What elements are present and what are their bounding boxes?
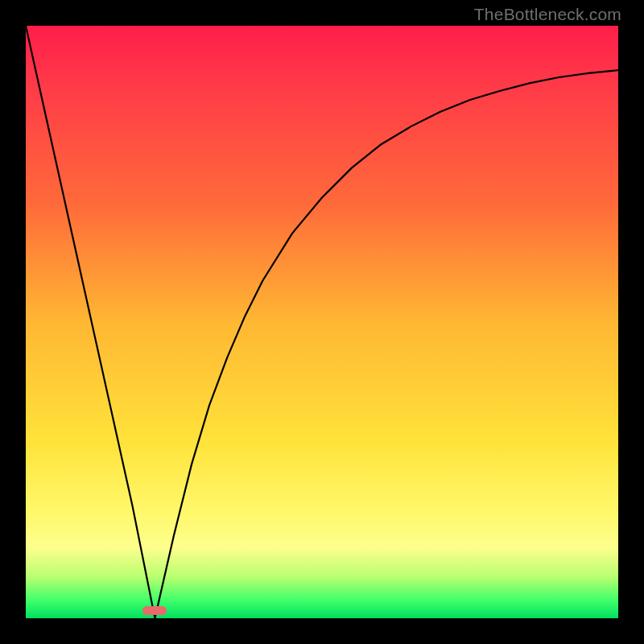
bottleneck-curve [26,26,618,618]
plot-area [26,26,618,618]
chart-frame: TheBottleneck.com [0,0,644,644]
optimal-point-marker [142,606,167,615]
watermark-text: TheBottleneck.com [474,5,621,24]
